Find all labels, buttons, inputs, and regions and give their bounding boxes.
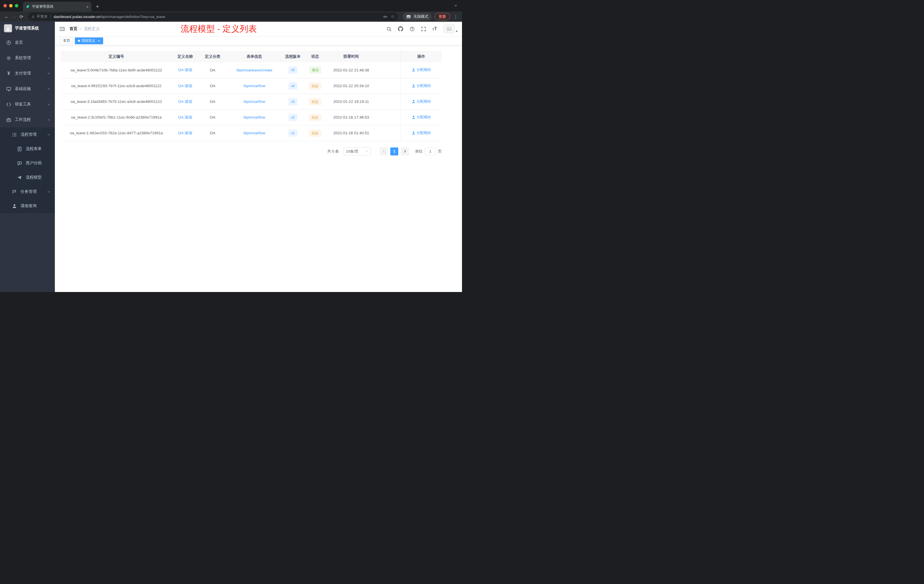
version-badge: v1 (289, 130, 297, 137)
page-unit-label: 页 (438, 149, 442, 154)
window-minimize-button[interactable] (9, 4, 13, 7)
sidebar-item-process-model[interactable]: 流程模型 (0, 170, 55, 185)
next-page-button[interactable] (401, 147, 409, 155)
monitor-icon (6, 87, 11, 91)
sidebar-item-label: 系统管理 (15, 55, 31, 61)
page-annotation: 流程模型 - 定义列表 (181, 23, 257, 35)
definition-name-link[interactable]: OA 请假 (178, 68, 192, 72)
new-tab-button[interactable]: + (93, 2, 102, 11)
flag-icon (12, 190, 17, 194)
incognito-icon (406, 15, 411, 18)
sidebar-item-payment[interactable]: ¥ 支付管理 (0, 66, 55, 81)
sidebar-toggle-icon[interactable] (59, 27, 65, 31)
deploy-time: 2022-01-16 17:46:53 (326, 109, 376, 125)
sidebar-item-label: 研发工具 (15, 102, 31, 107)
sidebar-item-leave-query[interactable]: 请假查询 (0, 199, 55, 213)
col-actions: 操作 (401, 51, 442, 62)
window-zoom-button[interactable] (15, 4, 18, 7)
help-icon[interactable] (410, 26, 414, 31)
chevron-down-icon (47, 87, 50, 91)
favicon-leaf-icon (26, 5, 30, 8)
sidebar-item-system[interactable]: 系统管理 (0, 50, 55, 66)
assign-rule-link[interactable]: 分配规则 (412, 130, 431, 135)
browser-tab[interactable]: 芋道管理系统 × (23, 2, 91, 12)
fullscreen-icon[interactable] (421, 26, 426, 31)
window-close-button[interactable] (3, 4, 7, 7)
search-icon[interactable] (386, 26, 391, 31)
forward-button[interactable]: → (10, 13, 18, 20)
reload-button[interactable]: ⟳ (18, 13, 25, 20)
key-icon[interactable] (383, 15, 388, 19)
deploy-time: 2022-01-16 01:40:51 (326, 125, 376, 141)
tag-close-icon[interactable]: × (98, 39, 100, 43)
browser-menu-icon[interactable]: ⋮ (452, 14, 459, 20)
github-icon[interactable] (398, 26, 403, 31)
form-info-link[interactable]: /bpm/oa/flow (243, 131, 266, 135)
col-status: 状态 (304, 51, 326, 62)
form-info-link[interactable]: /bpm/oa/leave/create (236, 68, 272, 72)
sidebar-item-process-form[interactable]: 流程表单 (0, 142, 55, 156)
sidebar-item-task-management[interactable]: 任务管理 (0, 185, 55, 199)
assign-rule-link[interactable]: 分配规则 (412, 99, 431, 104)
url-host: dashboard.yudao.iocoder.cn (54, 15, 100, 19)
font-size-icon[interactable]: TT (432, 26, 437, 31)
chevron-down-icon (47, 72, 50, 75)
definition-name-link[interactable]: OA 请假 (178, 131, 192, 135)
assign-rule-link[interactable]: 分配规则 (412, 83, 431, 88)
sidebar-item-dev-tools[interactable]: 研发工具 (0, 97, 55, 112)
address-bar[interactable]: ⚠ 不安全 dashboard.yudao.iocoder.cn /bpm/ma… (28, 13, 398, 21)
sidebar-item-infrastructure[interactable]: 基础设施 (0, 81, 55, 97)
status-badge: 挂起 (309, 82, 321, 89)
person-icon (412, 68, 416, 72)
navbar-actions: TT ▾ (386, 25, 457, 33)
back-button[interactable]: ← (3, 13, 10, 20)
person-icon (412, 115, 416, 119)
main-area: 首页 / 流程定义 流程模型 - 定义列表 TT (55, 22, 462, 292)
col-definition-id: 定义编号 (61, 51, 172, 62)
version-badge: v2 (289, 114, 297, 121)
tab-close-icon[interactable]: × (86, 4, 89, 9)
security-warning-icon: ⚠ (31, 15, 35, 19)
tag-home[interactable]: 首页 (60, 38, 73, 44)
sidebar-item-label: 工作流程 (15, 117, 31, 122)
chevron-down-icon (47, 56, 50, 60)
definition-name-link[interactable]: OA 请假 (178, 84, 192, 88)
sidebar-item-label: 首页 (15, 40, 23, 45)
prev-page-button[interactable] (380, 147, 388, 155)
url-path: /bpm/manager/definition?key=oa_leave (100, 15, 165, 19)
bookmark-star-icon[interactable]: ☆ (391, 14, 394, 19)
definition-name-link[interactable]: OA 请假 (178, 99, 192, 104)
deploy-time: 2022-01-22 19:19:11 (326, 94, 376, 109)
col-definition-name: 定义名称 (172, 51, 198, 62)
user-menu[interactable]: ▾ (444, 25, 457, 33)
sidebar-item-home[interactable]: 首页 (0, 35, 55, 50)
form-info-link[interactable]: /bpm/oa/flow (243, 84, 266, 88)
avatar (444, 25, 455, 33)
assign-rule-link[interactable]: 分配规则 (412, 115, 431, 120)
breadcrumb-home-link[interactable]: 首页 (69, 26, 78, 31)
sidebar-item-workflow[interactable]: 工作流程 (0, 112, 55, 127)
form-info-link[interactable]: /bpm/oa/flow (243, 115, 266, 119)
omnibox-divider (51, 15, 51, 18)
logo-block[interactable]: 芋道管理系统 (0, 22, 55, 35)
sidebar-item-process-management[interactable]: 流程管理 (0, 127, 55, 142)
page-number-button[interactable]: 1 (390, 147, 398, 155)
incognito-label: 无痕模式 (413, 14, 428, 19)
code-brackets-icon (6, 102, 11, 107)
list-icon (12, 132, 17, 137)
person-icon (412, 84, 416, 88)
chrome-update-button[interactable]: 更新 (435, 13, 450, 20)
page-size-select[interactable]: 10条/页 (343, 147, 371, 155)
assign-rule-link[interactable]: 分配规则 (412, 68, 431, 72)
definition-name-link[interactable]: OA 请假 (178, 115, 192, 119)
sidebar-item-user-group[interactable]: 用户分组 (0, 156, 55, 170)
definition-id: oa_leave:1:482ec033-762a-11ec-8477-a2380… (61, 125, 172, 141)
tag-label: 流程定义 (81, 38, 95, 43)
person-icon (412, 131, 416, 135)
form-info-link[interactable]: /bpm/oa/flow (243, 99, 266, 104)
tag-process-definition[interactable]: 流程定义 × (75, 38, 103, 44)
table-header-row: 定义编号 定义名称 定义分类 表单信息 流程版本 状态 部署时间 操作 (61, 51, 442, 62)
pagination: 共 5 条 10条/页 1 前往 页 (61, 147, 442, 155)
goto-page-input[interactable] (424, 148, 436, 155)
tab-search-chevron-icon[interactable] (454, 4, 457, 7)
